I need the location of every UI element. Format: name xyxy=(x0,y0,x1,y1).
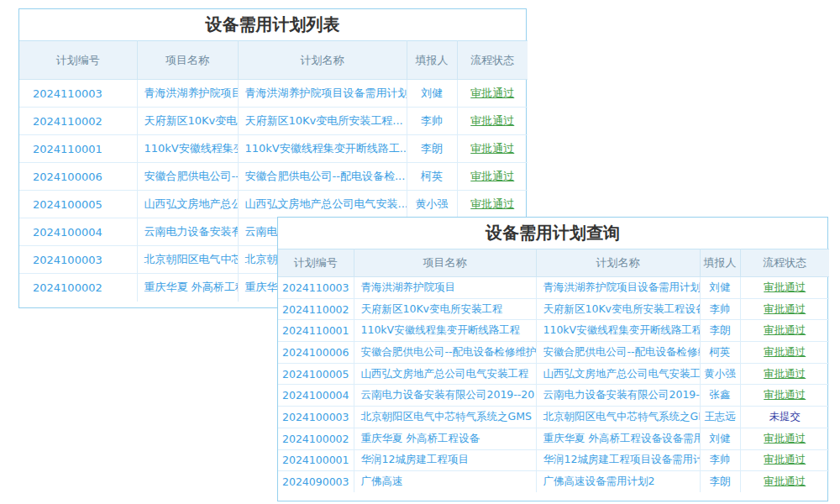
cell-project-name: 北京朝阳区电气中芯特气系统之GMS xyxy=(354,407,536,428)
cell-plan-number[interactable]: 2024100005 xyxy=(19,191,137,218)
cell-plan-number[interactable]: 2024100001 xyxy=(278,449,354,471)
cell-reporter: 李帅 xyxy=(407,108,457,135)
cell-plan-number[interactable]: 2024100004 xyxy=(278,385,354,407)
cell-project-name: 安徽合肥供电公司--配电... xyxy=(137,163,238,191)
cell-status: 审批通过 xyxy=(740,277,829,299)
table-row: 2024110002天府新区10Kv变电所安...天府新区10Kv变电所安装工程… xyxy=(19,108,528,135)
cell-status: 审批通过 xyxy=(740,342,829,364)
cell-plan-number[interactable]: 2024100002 xyxy=(278,428,354,449)
cell-plan-number[interactable]: 2024100003 xyxy=(19,246,137,274)
cell-reporter: 黄小强 xyxy=(700,363,740,385)
cell-project-name: 云南电力设备安装有限... xyxy=(137,218,238,246)
cell-status: 审批通过 xyxy=(740,428,829,449)
cell-plan-number[interactable]: 2024100004 xyxy=(19,218,137,246)
cell-status: 审批通过 xyxy=(740,471,829,493)
column-header-project-name: 项目名称 xyxy=(354,249,536,277)
status-link-approved[interactable]: 审批通过 xyxy=(470,142,514,155)
cell-plan-name: 110kV安徽线程集变开断线路工程设备需 xyxy=(536,320,700,342)
cell-project-name: 山西弘文房地产总公司... xyxy=(137,191,238,218)
cell-plan-name: 天府新区10Kv变电所安装工程设备需用 xyxy=(536,298,700,320)
cell-plan-number[interactable]: 2024110001 xyxy=(19,135,137,163)
cell-plan-name: 青海洪湖养护院项目设备需用计划 xyxy=(238,80,407,108)
table-header-row: 计划编号 项目名称 计划名称 填报人 流程状态 xyxy=(278,249,829,277)
cell-plan-number[interactable]: 2024100006 xyxy=(278,342,354,364)
column-header-plan-number: 计划编号 xyxy=(278,249,354,277)
table-row: 2024100004云南电力设备安装有限公司2019--20云南电力设备安装有限… xyxy=(278,385,829,407)
table-row: 2024110001110kV安徽线程集变开断线路工程110kV安徽线程集变开断… xyxy=(278,320,829,342)
status-link-approved[interactable]: 审批通过 xyxy=(470,87,514,99)
status-link-approved[interactable]: 审批通过 xyxy=(764,453,806,465)
cell-status: 审批通过 xyxy=(457,163,528,191)
cell-project-name: 北京朝阳区电气中芯特... xyxy=(137,246,238,274)
cell-plan-number[interactable]: 2024090003 xyxy=(278,471,354,493)
column-header-status: 流程状态 xyxy=(457,41,528,80)
cell-project-name: 重庆华夏 外高桥工程设备 xyxy=(137,274,238,302)
cell-reporter: 李朗 xyxy=(700,471,740,493)
cell-plan-number[interactable]: 2024100002 xyxy=(19,274,137,302)
column-header-plan-number: 计划编号 xyxy=(19,41,137,80)
table-row: 2024090003广佛高速广佛高速设备需用计划2李朗审批通过 xyxy=(278,471,829,493)
status-link-approved[interactable]: 审批通过 xyxy=(764,388,806,401)
cell-plan-number[interactable]: 2024110003 xyxy=(19,80,137,108)
table-row: 2024100006安徽合肥供电公司--配电设备检修维护安徽合肥供电公司--配电… xyxy=(278,342,829,364)
cell-status: 审批通过 xyxy=(740,449,829,471)
table-row: 2024110003青海洪湖养护院项目青海洪湖养护院项目设备需用计划刘健审批通过 xyxy=(278,277,829,299)
cell-project-name: 110kV安徽线程集变开断... xyxy=(137,135,238,163)
table-row: 2024100005山西弘文房地产总公司电气安装工程山西弘文房地产总公司电气安装… xyxy=(278,363,829,385)
status-link-approved[interactable]: 审批通过 xyxy=(470,114,514,127)
cell-plan-name: 山西弘文房地产总公司电气安装... xyxy=(238,191,407,218)
status-link-approved[interactable]: 审批通过 xyxy=(764,302,806,315)
cell-plan-name: 安徽合肥供电公司--配电设备检... xyxy=(238,163,407,191)
equipment-plan-query-panel: 设备需用计划查询 计划编号 项目名称 计划名称 填报人 流程状态 2024110… xyxy=(277,217,828,501)
cell-plan-number[interactable]: 2024110001 xyxy=(278,320,354,342)
cell-reporter: 李朗 xyxy=(700,320,740,342)
cell-plan-number[interactable]: 2024100005 xyxy=(278,363,354,385)
column-header-project-name: 项目名称 xyxy=(137,41,238,80)
cell-plan-name: 山西弘文房地产总公司电气安装工程设备 xyxy=(536,363,700,385)
cell-reporter: 刘健 xyxy=(700,277,740,299)
status-link-approved[interactable]: 审批通过 xyxy=(764,323,806,336)
cell-project-name: 山西弘文房地产总公司电气安装工程 xyxy=(354,363,536,385)
status-link-approved[interactable]: 审批通过 xyxy=(764,367,806,380)
cell-project-name: 云南电力设备安装有限公司2019--20 xyxy=(354,385,536,407)
table-row: 2024110003青海洪湖养护院项目青海洪湖养护院项目设备需用计划刘健审批通过 xyxy=(19,80,528,108)
cell-reporter: 李朗 xyxy=(407,135,457,163)
cell-reporter: 李帅 xyxy=(700,449,740,471)
status-link-approved[interactable]: 审批通过 xyxy=(470,170,514,182)
cell-project-name: 110kV安徽线程集变开断线路工程 xyxy=(354,320,536,342)
cell-reporter: 刘健 xyxy=(700,428,740,449)
table-row: 2024100006安徽合肥供电公司--配电...安徽合肥供电公司--配电设备检… xyxy=(19,163,528,191)
cell-plan-name: 青海洪湖养护院项目设备需用计划 xyxy=(536,277,700,299)
cell-reporter: 王志远 xyxy=(700,407,740,428)
plan-query-table: 计划编号 项目名称 计划名称 填报人 流程状态 2024110003青海洪湖养护… xyxy=(278,249,829,492)
status-link-approved[interactable]: 审批通过 xyxy=(764,432,806,444)
cell-project-name: 天府新区10Kv变电所安... xyxy=(137,108,238,135)
cell-plan-number[interactable]: 2024100006 xyxy=(19,163,137,191)
cell-plan-number[interactable]: 2024110003 xyxy=(278,277,354,299)
status-link-approved[interactable]: 审批通过 xyxy=(470,197,514,210)
column-header-status: 流程状态 xyxy=(740,249,829,277)
column-header-plan-name: 计划名称 xyxy=(536,249,700,277)
cell-plan-number[interactable]: 2024110002 xyxy=(19,108,137,135)
cell-plan-number[interactable]: 2024110002 xyxy=(278,298,354,320)
cell-reporter: 张鑫 xyxy=(700,385,740,407)
cell-plan-name: 重庆华夏 外高桥工程设备设备需用计划 xyxy=(536,428,700,449)
cell-plan-name: 广佛高速设备需用计划2 xyxy=(536,471,700,493)
panel-title-query: 设备需用计划查询 xyxy=(278,218,827,249)
status-link-approved[interactable]: 审批通过 xyxy=(764,345,806,358)
table-row: 2024100003北京朝阳区电气中芯特气系统之GMS北京朝阳区电气中芯特气系统… xyxy=(278,407,829,428)
status-text-not-submitted: 未提交 xyxy=(769,410,801,423)
table-row: 2024100001华润12城房建工程项目华润12城房建工程项目设备需用计划2李… xyxy=(278,449,829,471)
table-row: 2024100005山西弘文房地产总公司...山西弘文房地产总公司电气安装...… xyxy=(19,191,528,218)
column-header-plan-name: 计划名称 xyxy=(238,41,407,80)
cell-status: 审批通过 xyxy=(740,385,829,407)
status-link-approved[interactable]: 审批通过 xyxy=(764,475,806,487)
cell-status: 未提交 xyxy=(740,407,829,428)
status-link-approved[interactable]: 审批通过 xyxy=(764,281,806,293)
cell-project-name: 青海洪湖养护院项目 xyxy=(354,277,536,299)
cell-plan-number[interactable]: 2024100003 xyxy=(278,407,354,428)
cell-status: 审批通过 xyxy=(740,298,829,320)
table-row: 2024110001110kV安徽线程集变开断...110kV安徽线程集变开断线… xyxy=(19,135,528,163)
table-header-row: 计划编号 项目名称 计划名称 填报人 流程状态 xyxy=(19,41,528,80)
cell-project-name: 天府新区10Kv变电所安装工程 xyxy=(354,298,536,320)
